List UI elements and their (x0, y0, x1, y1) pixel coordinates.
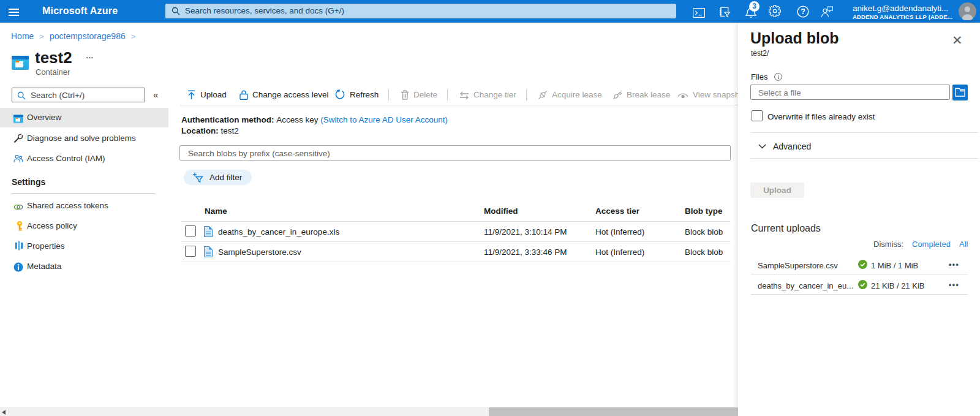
svg-text:?: ? (801, 7, 805, 16)
